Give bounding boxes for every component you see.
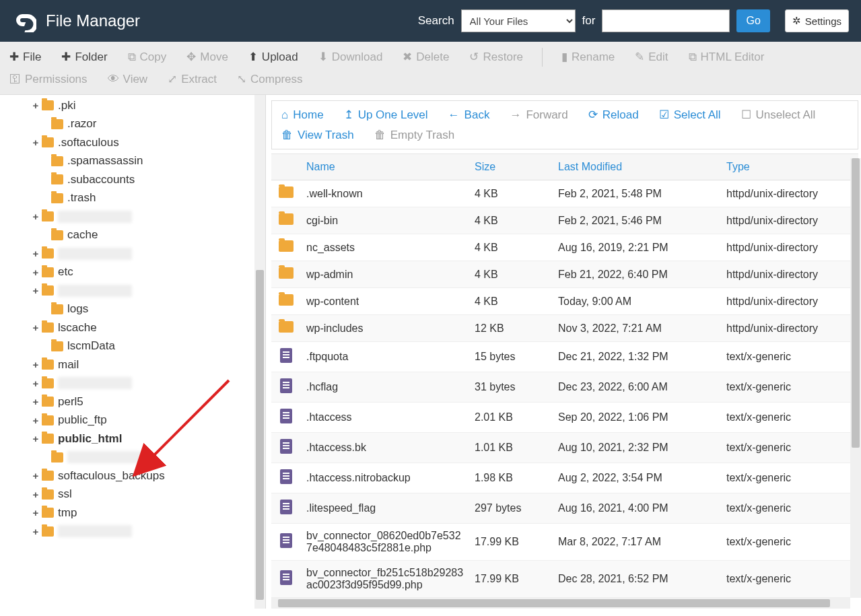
col-icon[interactable]: [271, 154, 301, 180]
tree-item[interactable]: +: [0, 244, 265, 263]
scrollbar-thumb[interactable]: [256, 270, 264, 600]
up-one-level-button[interactable]: ↥Up One Level: [344, 108, 428, 122]
tree-item[interactable]: .subaccounts: [0, 170, 265, 189]
expander-icon[interactable]: +: [31, 397, 40, 407]
table-row[interactable]: cgi-bin4 KBFeb 2, 2021, 5:46 PMhttpd/uni…: [271, 207, 858, 234]
tree-item[interactable]: .razor: [0, 115, 265, 134]
table-row[interactable]: .hcflag31 bytesDec 23, 2022, 6:00 AMtext…: [271, 372, 858, 403]
go-button[interactable]: Go: [736, 9, 769, 32]
edit-button[interactable]: ✎Edit: [633, 46, 669, 68]
expander-icon[interactable]: +: [31, 434, 40, 444]
file-icon-cell: [271, 403, 301, 433]
tree-item[interactable]: cache: [0, 226, 265, 245]
table-row[interactable]: .litespeed_flag297 bytesAug 16, 2021, 4:…: [271, 493, 858, 524]
tree-item[interactable]: .spamassassin: [0, 152, 265, 171]
reload-button[interactable]: ⟳Reload: [588, 108, 639, 122]
new-folder-button[interactable]: ✚Folder: [60, 46, 108, 68]
forward-button[interactable]: →Forward: [510, 108, 567, 122]
expander-icon[interactable]: +: [31, 415, 40, 425]
tree-item[interactable]: +lscache: [0, 318, 265, 337]
scrollbar-vertical[interactable]: [850, 158, 861, 598]
expander-icon[interactable]: +: [31, 100, 40, 110]
tree-item-label: public_ftp: [58, 413, 107, 427]
delete-button[interactable]: ✖Delete: [401, 46, 450, 68]
tree-item[interactable]: +tmp: [0, 504, 265, 522]
expander-icon[interactable]: +: [31, 322, 40, 333]
table-row[interactable]: nc_assets4 KBAug 16, 2019, 2:21 PMhttpd/…: [271, 234, 858, 261]
col-modified[interactable]: Last Modified: [553, 154, 721, 180]
tree-item[interactable]: +: [0, 281, 265, 300]
tree-item[interactable]: +softaculous_backups: [0, 467, 265, 485]
permissions-button[interactable]: ⚿Permissions: [8, 69, 89, 90]
move-button[interactable]: ✥Move: [185, 46, 230, 68]
expander-icon[interactable]: +: [31, 211, 40, 221]
scrollbar-horizontal[interactable]: [271, 598, 850, 609]
table-row[interactable]: wp-content4 KBToday, 9:00 AMhttpd/unix-d…: [271, 288, 858, 315]
scrollbar-thumb[interactable]: [852, 158, 860, 448]
cell-type: text/x-generic: [721, 561, 858, 598]
col-type[interactable]: Type: [721, 154, 858, 180]
tree-item[interactable]: +.pki: [0, 96, 265, 115]
tree-item[interactable]: logs: [0, 300, 265, 319]
copy-button[interactable]: ⧉Copy: [127, 46, 168, 68]
new-file-button[interactable]: ✚File: [8, 46, 42, 68]
view-button[interactable]: 👁View: [106, 69, 149, 90]
tree-item[interactable]: +ssl: [0, 485, 265, 504]
expander-icon[interactable]: +: [31, 526, 40, 537]
table-row[interactable]: .htaccess2.01 KBSep 20, 2022, 1:06 PMtex…: [271, 403, 858, 433]
empty-trash-button[interactable]: 🗑Empty Trash: [374, 129, 454, 142]
file-list[interactable]: Name Size Last Modified Type .well-known…: [271, 153, 858, 609]
expander-icon[interactable]: +: [31, 471, 40, 481]
separator: [542, 48, 543, 67]
download-button[interactable]: ⬇Download: [317, 46, 384, 68]
expander-icon[interactable]: +: [31, 360, 40, 370]
col-size[interactable]: Size: [469, 154, 553, 180]
table-row[interactable]: bv_connector_08620ed0b7e5327e48048483c5f…: [271, 524, 858, 561]
html-editor-button[interactable]: ⧉HTML Editor: [687, 46, 766, 68]
table-row[interactable]: wp-admin4 KBFeb 21, 2022, 6:40 PMhttpd/u…: [271, 261, 858, 288]
rename-button[interactable]: ▮Rename: [560, 46, 616, 68]
expander-icon[interactable]: +: [31, 285, 40, 296]
table-row[interactable]: .ftpquota15 bytesDec 21, 2022, 1:32 PMte…: [271, 342, 858, 372]
unselect-all-button[interactable]: ☐Unselect All: [741, 108, 816, 122]
tree-item[interactable]: +public_ftp: [0, 411, 265, 430]
expander-icon[interactable]: +: [31, 248, 40, 259]
tree-item-label: tmp: [58, 506, 77, 520]
col-name[interactable]: Name: [301, 154, 469, 180]
tree-item[interactable]: +: [0, 374, 265, 393]
folder-tree[interactable]: +.pki.razor+.softaculous.spamassassin.su…: [0, 95, 266, 609]
tree-item[interactable]: +.softaculous: [0, 133, 265, 152]
tree-item[interactable]: +public_html: [0, 430, 265, 448]
tree-item[interactable]: .trash: [0, 189, 265, 208]
scrollbar-thumb[interactable]: [278, 599, 830, 607]
tree-item[interactable]: +perl5: [0, 392, 265, 411]
expander-icon[interactable]: +: [31, 267, 40, 277]
extract-button[interactable]: ⤢Extract: [166, 68, 218, 90]
tree-item[interactable]: lscmData: [0, 337, 265, 356]
table-row[interactable]: .htaccess.bk1.01 KBAug 10, 2021, 2:32 PM…: [271, 433, 858, 463]
back-button[interactable]: ←Back: [448, 108, 490, 122]
expander-icon[interactable]: +: [31, 489, 40, 500]
table-row[interactable]: wp-includes12 KBNov 3, 2022, 7:21 AMhttp…: [271, 315, 858, 342]
expander-icon[interactable]: +: [31, 508, 40, 518]
table-row[interactable]: bv_connector_fb251c518b29283ac0023f3d95f…: [271, 561, 858, 598]
table-row[interactable]: .htaccess.nitrobackup1.98 KBAug 2, 2022,…: [271, 463, 858, 493]
home-button[interactable]: ⌂Home: [281, 108, 324, 122]
restore-button[interactable]: ↺Restore: [468, 46, 524, 68]
scrollbar[interactable]: [254, 95, 265, 609]
settings-button[interactable]: ✲ Settings: [785, 9, 849, 32]
table-row[interactable]: .well-known4 KBFeb 2, 2021, 5:48 PMhttpd…: [271, 180, 858, 207]
select-all-button[interactable]: ☑Select All: [659, 108, 721, 122]
tree-item[interactable]: +mail: [0, 355, 265, 374]
tree-item[interactable]: +: [0, 522, 265, 541]
view-trash-button[interactable]: 🗑View Trash: [281, 129, 354, 142]
compress-button[interactable]: ⤡Compress: [236, 68, 304, 90]
tree-item[interactable]: +etc: [0, 263, 265, 282]
tree-item[interactable]: [0, 448, 265, 467]
search-input[interactable]: [602, 9, 730, 32]
tree-item[interactable]: +: [0, 207, 265, 226]
expander-icon[interactable]: +: [31, 137, 40, 147]
search-scope-select[interactable]: All Your Files: [461, 9, 576, 32]
expander-icon[interactable]: +: [31, 378, 40, 388]
upload-button[interactable]: ⬆Upload: [247, 46, 300, 68]
